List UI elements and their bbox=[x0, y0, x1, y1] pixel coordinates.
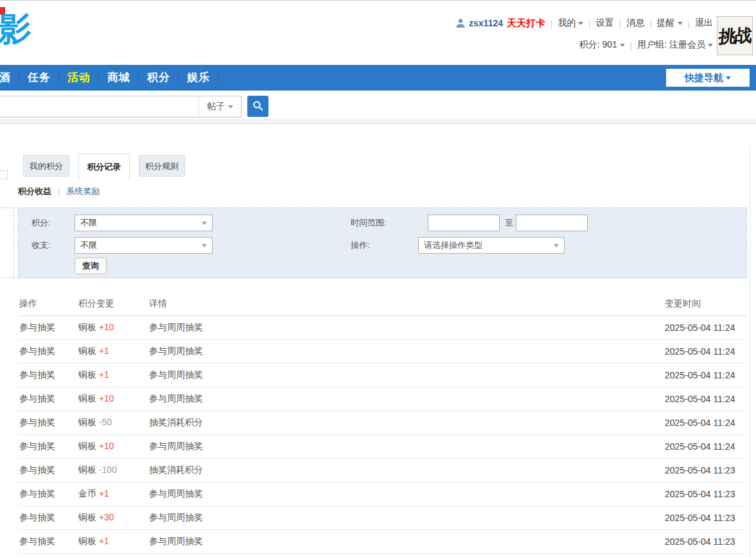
container-right-border bbox=[750, 145, 750, 557]
row-time: 2025-05-04 11:23 bbox=[664, 458, 747, 482]
row-change: 铜板 +1 bbox=[77, 339, 148, 363]
col-header-change: 积分变更 bbox=[77, 293, 148, 315]
checkin-badge[interactable]: 天天打卡 bbox=[507, 17, 545, 30]
table-row: 参与抽奖 铜板 +30 参与周周抽奖 2025-05-04 11:23 bbox=[18, 506, 747, 529]
search-button[interactable] bbox=[247, 96, 268, 117]
row-change: 铜板 +10 bbox=[77, 434, 148, 458]
table-row: 参与抽奖 铜板 +10 参与周周抽奖 2025-05-04 11:24 bbox=[18, 387, 747, 411]
col-header-detail: 详情 bbox=[148, 293, 664, 315]
row-change: 铜板 +1 bbox=[77, 529, 148, 553]
row-action: 参与抽奖 bbox=[18, 411, 77, 434]
row-detail: 参与周周抽奖 bbox=[148, 387, 664, 411]
username[interactable]: zsx1124 bbox=[469, 18, 503, 28]
search-box: 帖子 bbox=[0, 96, 242, 118]
site-header: 影 zsx1124 天天打卡 |我的|设置|消息|提醒|退出 积分: 901 |… bbox=[0, 1, 756, 65]
menu-item-消息[interactable]: 消息 bbox=[626, 17, 644, 29]
credit-filter-select[interactable]: 不限 bbox=[75, 215, 213, 231]
nav-items: 酒任务活动商城积分娱乐 bbox=[0, 65, 756, 91]
nav-item-酒[interactable]: 酒 bbox=[0, 65, 19, 91]
row-detail: 抽奖消耗积分 bbox=[148, 411, 664, 434]
row-time: 2025-05-04 11:24 bbox=[664, 387, 747, 411]
tab-积分记录[interactable]: 积分记录 bbox=[78, 154, 130, 182]
menu-item-退出[interactable]: 退出 bbox=[695, 17, 713, 29]
user-panel: zsx1124 天天打卡 |我的|设置|消息|提醒|退出 积分: 901 | 用… bbox=[455, 16, 713, 52]
row-time: 2025-05-04 11:24 bbox=[664, 363, 747, 387]
row-action: 参与抽奖 bbox=[18, 482, 77, 506]
row-action: 参与抽奖 bbox=[18, 315, 77, 339]
row-time: 2025-05-04 11:23 bbox=[664, 529, 747, 553]
table-row: 参与抽奖 金币 +1 参与周周抽奖 2025-05-04 11:23 bbox=[18, 482, 747, 506]
table-row: 参与抽奖 铜板 +1 参与周周抽奖 2025-05-04 11:24 bbox=[18, 363, 747, 387]
chevron-down-icon bbox=[708, 44, 713, 47]
chevron-down-icon bbox=[554, 244, 559, 247]
table-row: 参与抽奖 铜板 +1 参与周周抽奖 2025-05-04 11:23 bbox=[18, 529, 747, 553]
chevron-down-icon bbox=[726, 76, 731, 80]
search-band: 帖子 bbox=[0, 91, 756, 124]
search-input[interactable] bbox=[0, 96, 198, 117]
row-detail: 参与周周抽奖 bbox=[148, 363, 664, 387]
quick-nav-button[interactable]: 快捷导航 bbox=[666, 69, 750, 87]
separator: | bbox=[649, 19, 651, 28]
row-time: 2025-05-04 11:24 bbox=[664, 434, 747, 458]
row-action: 参与抽奖 bbox=[18, 434, 77, 458]
separator: | bbox=[58, 187, 60, 197]
query-button[interactable]: 查询 bbox=[75, 258, 107, 274]
tab-我的积分[interactable]: 我的积分 bbox=[23, 155, 69, 177]
avatar-calligraphy: 挑战 bbox=[717, 23, 752, 48]
nav-item-活动[interactable]: 活动 bbox=[59, 65, 99, 91]
separator: | bbox=[688, 19, 690, 28]
inout-filter-label: 收支: bbox=[31, 237, 51, 254]
row-detail: 参与周周抽奖 bbox=[148, 339, 664, 363]
subtab-系统奖励[interactable]: 系统奖励 bbox=[66, 186, 100, 197]
time-end-input[interactable] bbox=[516, 215, 588, 231]
tab-积分规则[interactable]: 积分规则 bbox=[139, 155, 185, 177]
action-type-select[interactable]: 请选择操作类型 bbox=[418, 237, 565, 254]
nav-item-商城[interactable]: 商城 bbox=[99, 65, 139, 91]
separator: | bbox=[588, 19, 590, 28]
nav-item-积分[interactable]: 积分 bbox=[139, 65, 179, 91]
row-change: 铜板 +1 bbox=[77, 363, 148, 387]
credits-dropdown[interactable]: 积分: 901 bbox=[579, 39, 625, 51]
row-change: 铜板 +10 bbox=[77, 315, 148, 339]
row-change: 铜板 -100 bbox=[77, 458, 148, 482]
menu-item-提醒[interactable]: 提醒 bbox=[657, 17, 683, 29]
table-row: 参与抽奖 铜板 -50 抽奖消耗积分 2025-05-04 11:24 bbox=[18, 411, 747, 434]
filter-panel: 积分: 不限 收支: 不限 时间范围: 至 操作: 请选择操作类型 查询 bbox=[18, 208, 747, 278]
subtab-积分收益[interactable]: 积分收益 bbox=[18, 186, 51, 197]
menu-item-设置[interactable]: 设置 bbox=[596, 17, 614, 29]
table-row: 参与抽奖 铜板 -100 抽奖消耗积分 2025-05-04 11:23 bbox=[18, 458, 747, 482]
user-line-2: 积分: 901 | 用户组: 注册会员 bbox=[455, 38, 713, 52]
row-detail: 参与周周抽奖 bbox=[148, 529, 664, 553]
col-header-action: 操作 bbox=[18, 293, 77, 315]
left-panel-fragment bbox=[0, 208, 14, 278]
table-row: 参与抽奖 铜板 +10 参与周周抽奖 2025-05-04 11:24 bbox=[18, 434, 747, 458]
row-detail: 参与周周抽奖 bbox=[148, 482, 664, 506]
left-panel-fragment bbox=[0, 170, 8, 179]
col-header-time: 变更时间 bbox=[664, 293, 747, 315]
avatar[interactable]: 挑战 bbox=[717, 16, 753, 55]
main-navbar: 酒任务活动商城积分娱乐 快捷导航 bbox=[0, 65, 756, 91]
nav-item-娱乐[interactable]: 娱乐 bbox=[179, 65, 218, 91]
usergroup-dropdown[interactable]: 用户组: 注册会员 bbox=[637, 39, 713, 51]
to-label: 至 bbox=[505, 215, 513, 231]
row-time: 2025-05-04 11:24 bbox=[664, 339, 747, 363]
credit-tabs: 我的积分积分记录积分规则 bbox=[23, 154, 194, 182]
search-type-dropdown[interactable]: 帖子 bbox=[198, 96, 241, 117]
row-change: 铜板 +10 bbox=[77, 387, 148, 411]
separator: | bbox=[619, 19, 621, 28]
menu-item-我的[interactable]: 我的 bbox=[558, 17, 583, 29]
user-icon bbox=[455, 18, 466, 28]
action-filter-label: 操作: bbox=[351, 237, 370, 254]
nav-item-任务[interactable]: 任务 bbox=[19, 65, 59, 91]
row-time: 2025-05-04 11:24 bbox=[664, 411, 747, 434]
chevron-down-icon bbox=[678, 22, 683, 25]
chevron-down-icon bbox=[202, 244, 207, 247]
user-line-1: zsx1124 天天打卡 |我的|设置|消息|提醒|退出 bbox=[455, 16, 713, 30]
time-start-input[interactable] bbox=[428, 215, 500, 231]
site-logo[interactable]: 影 bbox=[0, 12, 31, 46]
inout-filter-select[interactable]: 不限 bbox=[75, 237, 213, 254]
row-change: 金币 +1 bbox=[77, 482, 148, 506]
credit-subtabs: 积分收益|系统奖励 bbox=[18, 186, 100, 197]
chevron-down-icon bbox=[620, 44, 625, 47]
page: 影 zsx1124 天天打卡 |我的|设置|消息|提醒|退出 积分: 901 |… bbox=[0, 0, 756, 557]
